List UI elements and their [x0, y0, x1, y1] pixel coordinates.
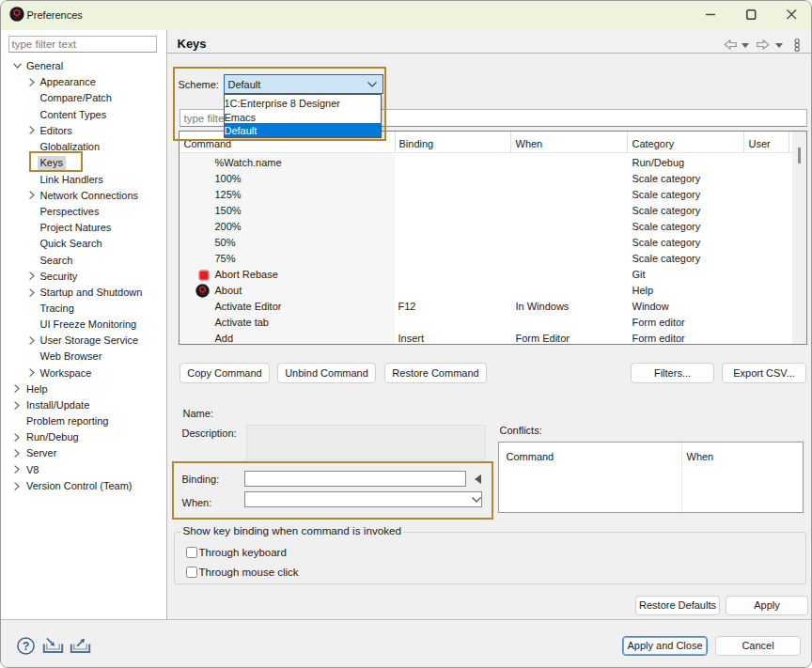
- svg-text:?: ?: [23, 640, 30, 653]
